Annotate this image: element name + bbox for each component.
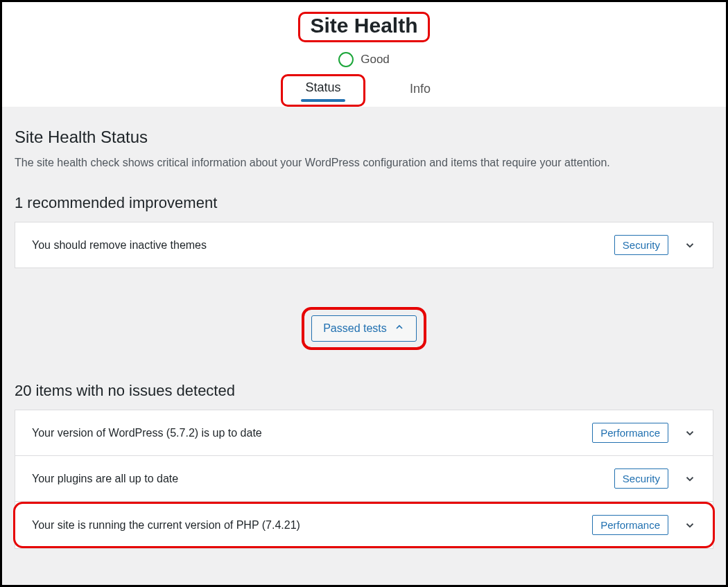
- recommended-list: You should remove inactive themes Securi…: [15, 222, 713, 268]
- tab-status-highlight: Status: [281, 74, 365, 107]
- page-title-highlight: Site Health: [298, 12, 429, 42]
- chevron-up-icon: [394, 322, 405, 335]
- passed-item-label: Your plugins are all up to date: [32, 473, 614, 485]
- tab-status-label: Status: [301, 80, 345, 95]
- security-badge: Security: [614, 235, 668, 255]
- passed-list: Your version of WordPress (5.7.2) is up …: [15, 410, 713, 549]
- health-status-indicator: Good: [2, 52, 726, 67]
- performance-badge: Performance: [592, 423, 668, 443]
- passed-item[interactable]: Your version of WordPress (5.7.2) is up …: [15, 410, 713, 456]
- passed-item-label: Your version of WordPress (5.7.2) is up …: [32, 427, 592, 439]
- chevron-down-icon: [684, 427, 696, 439]
- security-badge: Security: [614, 468, 668, 489]
- passed-item[interactable]: Your site is running the current version…: [15, 504, 713, 546]
- tab-active-underline: [301, 99, 345, 102]
- tab-info-label: Info: [410, 82, 431, 96]
- recommended-heading: 1 recommended improvement: [15, 194, 713, 212]
- page-title: Site Health: [310, 14, 417, 37]
- passed-item-label: Your site is running the current version…: [32, 519, 592, 532]
- status-label: Good: [361, 53, 390, 67]
- recommended-item[interactable]: You should remove inactive themes Securi…: [15, 222, 713, 268]
- chevron-down-icon: [684, 473, 696, 485]
- status-section-description: The site health check shows critical inf…: [15, 157, 713, 169]
- tab-status[interactable]: Status: [301, 80, 345, 102]
- performance-badge: Performance: [592, 515, 668, 535]
- chevron-down-icon: [684, 239, 696, 252]
- tab-info[interactable]: Info: [393, 76, 447, 105]
- recommended-item-label: You should remove inactive themes: [32, 239, 614, 252]
- passed-tests-toggle[interactable]: Passed tests: [311, 315, 417, 342]
- passed-heading: 20 items with no issues detected: [15, 382, 713, 400]
- status-section-heading: Site Health Status: [15, 128, 713, 147]
- chevron-down-icon: [684, 519, 696, 532]
- passed-tests-label: Passed tests: [323, 322, 387, 335]
- passed-item[interactable]: Your plugins are all up to date Security: [15, 456, 713, 502]
- tabs-nav: Status Info: [2, 74, 726, 107]
- php-row-highlight: Your site is running the current version…: [13, 502, 715, 548]
- passed-tests-highlight: Passed tests: [302, 307, 426, 350]
- status-circle-icon: [338, 52, 354, 67]
